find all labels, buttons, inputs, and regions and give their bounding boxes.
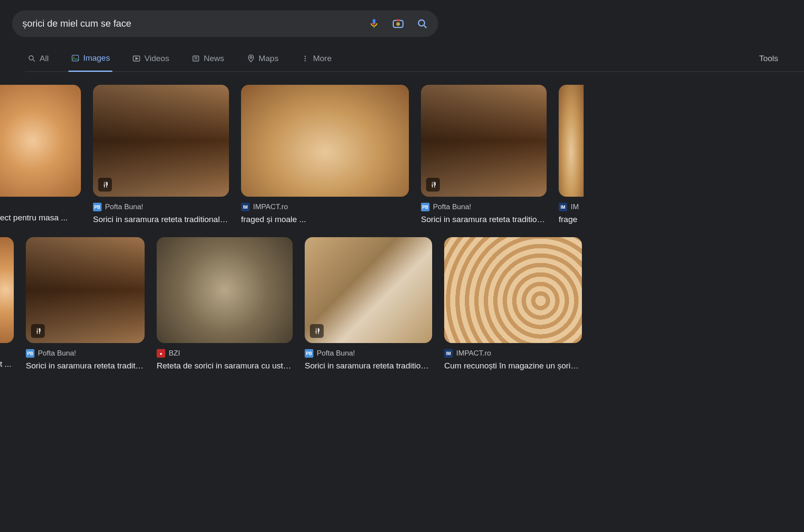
result-title: Sorici in saramura reteta tradition… (305, 361, 432, 371)
result-thumbnail[interactable] (0, 85, 81, 197)
svg-point-4 (418, 20, 424, 26)
recipe-badge-icon (426, 178, 440, 192)
svg-line-7 (33, 60, 35, 62)
news-icon (192, 54, 200, 63)
svg-point-14 (250, 56, 252, 58)
result-title: Reteta de sorici in saramura cu ustu… (157, 361, 293, 371)
search-input[interactable] (22, 18, 368, 29)
result-source: PBPofta Buna! (26, 349, 145, 358)
search-tabs: All Images Videos News Maps More Tools (25, 53, 804, 72)
favicon-icon: IM (241, 203, 250, 211)
recipe-badge-icon (31, 324, 45, 338)
images-icon (71, 54, 80, 62)
source-name: BZI (169, 349, 180, 358)
result-thumbnail[interactable] (0, 237, 14, 343)
recipe-badge-icon (310, 324, 324, 338)
result-thumbnail[interactable] (559, 85, 584, 197)
result-thumbnail[interactable] (444, 237, 582, 343)
svg-point-6 (29, 56, 33, 60)
result-source: IMIMPACT.ro (444, 349, 582, 358)
image-result-card[interactable]: t ... (0, 237, 14, 371)
favicon-icon: PB (26, 349, 34, 358)
search-bar (12, 10, 438, 37)
tab-videos[interactable]: Videos (130, 54, 172, 71)
result-title: t ... (0, 359, 14, 369)
tools-label: Tools (759, 54, 778, 63)
image-result-card[interactable]: IMIMPACT.roCum recunoști în magazine un … (444, 237, 582, 371)
results-row: t ...PBPofta Buna!Sorici in saramura ret… (0, 237, 804, 371)
result-title: frage (559, 215, 584, 224)
result-title: fraged și moale ... (241, 215, 409, 224)
source-name: Pofta Buna! (433, 203, 471, 211)
svg-point-9 (74, 56, 75, 58)
voice-search-icon[interactable] (368, 18, 380, 29)
image-result-card[interactable]: ●BZIReteta de sorici in saramura cu ustu… (157, 237, 293, 371)
tab-label: News (204, 54, 224, 63)
image-results: ect pentru masa ...PBPofta Buna!Sorici i… (0, 85, 804, 371)
result-source: IMIMPACT.ro (241, 203, 409, 211)
image-result-card[interactable]: PBPofta Buna!Sorici in saramura reteta t… (305, 237, 432, 371)
result-title: Sorici in saramura reteta traditi… (26, 361, 145, 371)
result-thumbnail[interactable] (157, 237, 293, 343)
tools-button[interactable]: Tools (759, 54, 778, 71)
search-small-icon (28, 54, 36, 63)
tab-news[interactable]: News (189, 54, 227, 71)
tab-more[interactable]: More (298, 54, 334, 71)
image-result-card[interactable]: IMIMfrage (559, 85, 584, 224)
svg-point-16 (305, 58, 306, 59)
recipe-badge-icon (98, 178, 112, 192)
result-thumbnail[interactable] (241, 85, 409, 197)
source-name: Pofta Buna! (38, 349, 76, 358)
image-result-card[interactable]: PBPofta Buna!Sorici in saramura reteta t… (26, 237, 145, 371)
favicon-icon: PB (305, 349, 313, 358)
result-thumbnail[interactable] (305, 237, 432, 343)
result-source: IMIM (559, 203, 584, 211)
image-result-card[interactable]: PBPofta Buna!Sorici in saramura reteta t… (93, 85, 229, 224)
svg-rect-8 (72, 55, 79, 61)
camera-search-icon[interactable] (392, 17, 405, 30)
favicon-icon: ● (157, 349, 165, 358)
image-result-card[interactable]: ect pentru masa ... (0, 85, 81, 224)
result-source: ●BZI (157, 349, 293, 358)
search-icon[interactable] (417, 18, 428, 29)
source-name: IMPACT.ro (253, 203, 288, 211)
result-source: PBPofta Buna! (93, 203, 229, 211)
result-title: Sorici in saramura reteta tradition… (421, 215, 547, 224)
tab-label: Maps (259, 54, 278, 63)
image-result-card[interactable]: PBPofta Buna!Sorici in saramura reteta t… (421, 85, 547, 224)
tab-label: More (313, 54, 331, 63)
source-name: IMPACT.ro (456, 349, 491, 358)
tab-label: Videos (144, 54, 169, 63)
result-source: PBPofta Buna! (421, 203, 547, 211)
svg-point-17 (305, 60, 306, 62)
tab-maps[interactable]: Maps (244, 54, 281, 71)
result-thumbnail[interactable] (421, 85, 547, 197)
tab-images[interactable]: Images (68, 53, 112, 72)
favicon-icon: IM (559, 203, 567, 211)
tab-all[interactable]: All (25, 54, 51, 71)
svg-point-2 (397, 23, 399, 25)
svg-line-5 (424, 25, 426, 28)
video-icon (132, 54, 141, 63)
svg-point-15 (305, 56, 306, 57)
source-name: Pofta Buna! (105, 203, 143, 211)
result-source: PBPofta Buna! (305, 349, 432, 358)
favicon-icon: PB (93, 203, 102, 211)
tab-label: All (40, 54, 49, 63)
more-dots-icon (301, 54, 309, 63)
map-pin-icon (247, 54, 255, 63)
results-row: ect pentru masa ...PBPofta Buna!Sorici i… (0, 85, 804, 224)
source-name: IM (571, 203, 579, 211)
result-title: ect pentru masa ... (0, 213, 81, 223)
image-result-card[interactable]: IMIMPACT.rofraged și moale ... (241, 85, 409, 224)
result-thumbnail[interactable] (93, 85, 229, 197)
result-thumbnail[interactable] (26, 237, 145, 343)
tab-label: Images (83, 53, 110, 63)
result-title: Cum recunoști în magazine un șorici … (444, 361, 582, 371)
favicon-icon: PB (421, 203, 430, 211)
result-title: Sorici in saramura reteta traditionala… (93, 215, 229, 224)
favicon-icon: IM (444, 349, 453, 358)
source-name: Pofta Buna! (317, 349, 355, 358)
svg-rect-3 (396, 19, 400, 21)
